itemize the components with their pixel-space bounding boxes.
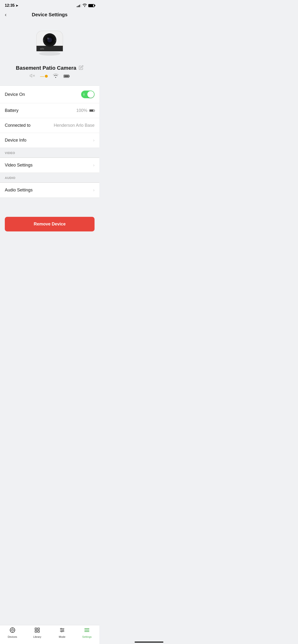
audio-settings-row[interactable]: Audio Settings › bbox=[0, 183, 99, 198]
device-info-row[interactable]: Device Info › bbox=[0, 133, 99, 148]
spacer bbox=[0, 198, 99, 212]
status-icons-group bbox=[77, 4, 95, 8]
connected-to-row: Connected to Henderson Arlo Base bbox=[0, 118, 99, 133]
battery-row: Battery 100% bbox=[0, 103, 99, 118]
device-on-row[interactable]: Device On I bbox=[0, 86, 99, 103]
svg-point-1 bbox=[39, 52, 60, 56]
battery-indicator-icon bbox=[89, 109, 95, 112]
camera-name: Basement Patio Camera bbox=[16, 65, 76, 71]
battery-label: Battery bbox=[5, 108, 19, 113]
back-button[interactable]: ‹ bbox=[5, 12, 7, 18]
svg-rect-19 bbox=[69, 76, 70, 77]
page-title: Device Settings bbox=[32, 12, 68, 18]
video-settings-list: Video Settings › bbox=[0, 158, 99, 173]
remove-device-area: Remove Device bbox=[0, 212, 99, 232]
status-time: 12:35 ➤ bbox=[5, 3, 18, 8]
battery-percentage: 100% bbox=[76, 108, 87, 113]
battery-value: 100% bbox=[76, 108, 95, 113]
device-info-chevron-icon: › bbox=[93, 138, 95, 143]
device-on-label: Device On bbox=[5, 92, 25, 97]
device-on-toggle[interactable]: I bbox=[81, 90, 95, 98]
edit-name-button[interactable] bbox=[79, 65, 83, 71]
device-info-label: Device Info bbox=[5, 138, 26, 143]
svg-point-13 bbox=[43, 40, 44, 41]
toggle-i-label: I bbox=[83, 93, 84, 96]
settings-list: Device On I Battery 100% Connected to He… bbox=[0, 86, 99, 148]
toggle-knob bbox=[87, 91, 94, 98]
wifi-status-icon bbox=[53, 73, 59, 79]
battery-level-icon bbox=[64, 74, 70, 78]
camera-svg: arlo bbox=[33, 28, 66, 60]
connected-to-value: Henderson Arlo Base bbox=[54, 123, 95, 128]
video-settings-row[interactable]: Video Settings › bbox=[0, 158, 99, 173]
audio-settings-list: Audio Settings › bbox=[0, 182, 99, 198]
svg-text:arlo: arlo bbox=[40, 48, 44, 50]
svg-point-10 bbox=[47, 38, 48, 38]
audio-settings-label: Audio Settings bbox=[5, 188, 33, 192]
video-settings-chevron-icon: › bbox=[93, 163, 95, 168]
svg-point-12 bbox=[55, 40, 56, 41]
audio-section-header: AUDIO bbox=[0, 173, 99, 182]
camera-image: arlo bbox=[32, 26, 68, 62]
battery-status-icon bbox=[88, 4, 95, 7]
device-status-icons: — bbox=[29, 73, 70, 79]
video-header-text: VIDEO bbox=[5, 151, 15, 155]
camera-name-row: Basement Patio Camera bbox=[16, 65, 83, 71]
status-bar: 12:35 ➤ bbox=[0, 0, 99, 10]
signal-icon bbox=[77, 4, 81, 7]
speaker-icon bbox=[29, 73, 35, 79]
audio-settings-chevron-icon: › bbox=[93, 188, 95, 192]
connected-to-label: Connected to bbox=[5, 123, 31, 128]
svg-marker-14 bbox=[30, 74, 32, 78]
camera-section: arlo Basement Patio Camera bbox=[0, 21, 99, 86]
wifi-icon bbox=[83, 4, 87, 8]
audio-header-text: AUDIO bbox=[5, 176, 15, 180]
bottom-spacer bbox=[0, 232, 99, 236]
activity-icon: — bbox=[40, 74, 48, 79]
video-section-header: VIDEO bbox=[0, 148, 99, 158]
nav-header: ‹ Device Settings bbox=[0, 10, 99, 21]
remove-device-button[interactable]: Remove Device bbox=[5, 217, 95, 232]
svg-rect-18 bbox=[64, 75, 69, 77]
video-settings-label: Video Settings bbox=[5, 163, 33, 168]
